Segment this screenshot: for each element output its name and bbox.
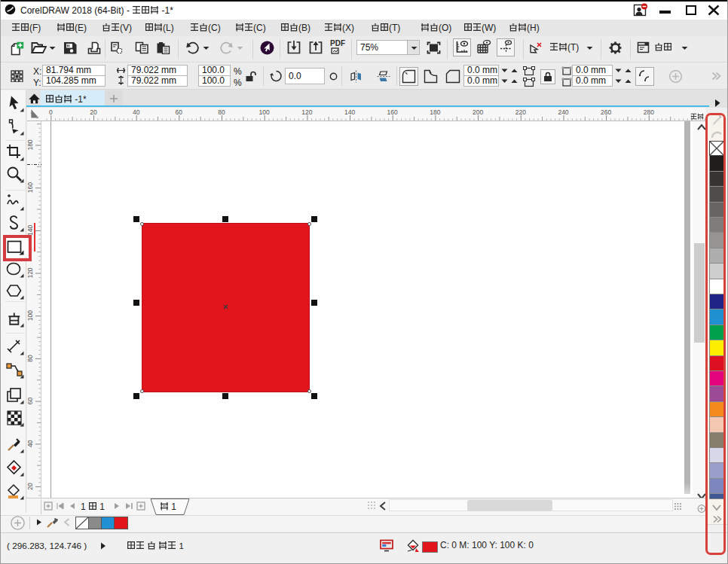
- svg-text:180: 180: [27, 139, 34, 150]
- svg-text:80: 80: [27, 355, 34, 362]
- svg-text:100: 100: [27, 310, 34, 321]
- svg-text:220: 220: [515, 108, 526, 116]
- svg-text:40: 40: [133, 108, 140, 116]
- svg-text:60: 60: [27, 398, 34, 405]
- svg-text:280: 280: [644, 108, 654, 116]
- svg-text:120: 120: [301, 108, 312, 116]
- svg-text:260: 260: [601, 108, 611, 116]
- svg-text:140: 140: [344, 108, 355, 116]
- svg-text:140: 140: [27, 225, 34, 236]
- svg-text:20: 20: [90, 108, 97, 116]
- svg-text:240: 240: [558, 108, 568, 116]
- svg-text:0: 0: [49, 108, 53, 116]
- svg-text:160: 160: [27, 182, 34, 193]
- svg-text:160: 160: [387, 108, 398, 116]
- svg-text:120: 120: [27, 267, 34, 278]
- svg-text:100: 100: [259, 108, 270, 116]
- svg-text:60: 60: [176, 108, 183, 116]
- svg-text:40: 40: [27, 440, 34, 447]
- svg-text:20: 20: [27, 483, 34, 490]
- svg-text:80: 80: [218, 108, 225, 116]
- svg-text:200: 200: [473, 108, 483, 116]
- svg-text:180: 180: [430, 108, 440, 116]
